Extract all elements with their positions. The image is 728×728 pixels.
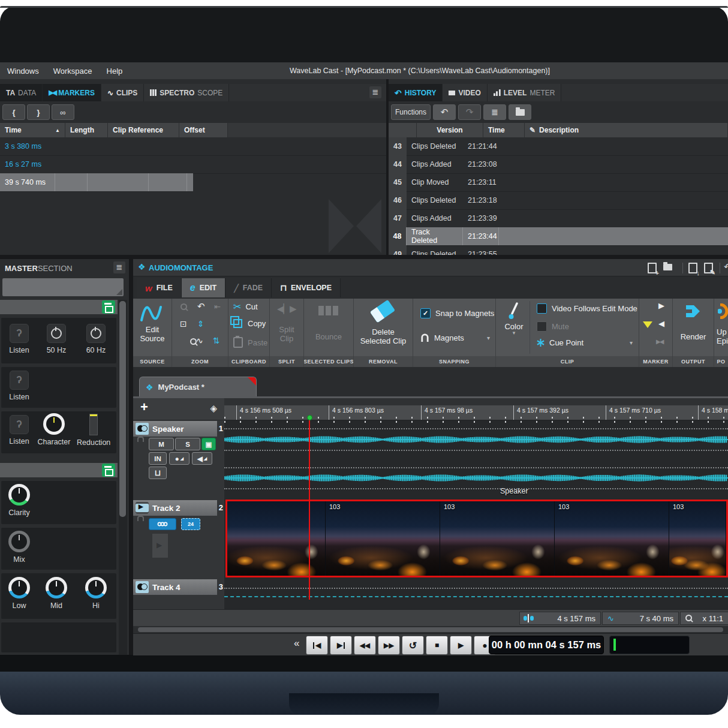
bypass-icon[interactable] bbox=[102, 300, 115, 314]
mix-knob[interactable]: Mix bbox=[2, 531, 36, 564]
split-clip-button[interactable]: Split Clip bbox=[270, 325, 303, 343]
envelope-line[interactable] bbox=[224, 488, 728, 489]
master-panel-menu-icon[interactable]: ≣ bbox=[113, 261, 125, 273]
zoom-selection-icon[interactable] bbox=[181, 303, 188, 311]
link-video-button[interactable] bbox=[149, 518, 176, 530]
solo-button[interactable]: S bbox=[175, 438, 200, 450]
hi-knob-dial[interactable] bbox=[85, 577, 107, 598]
copy-button[interactable]: Copy bbox=[233, 319, 266, 328]
speaker-waveform-right[interactable] bbox=[224, 471, 728, 485]
menu-workspace[interactable]: Workspace bbox=[46, 62, 100, 79]
column-history-time[interactable]: Time bbox=[483, 123, 525, 137]
marker-open-bracket-button[interactable]: { bbox=[2, 104, 25, 120]
transport-time-display[interactable]: 00 h 00 mn 04 s 157 ms bbox=[489, 636, 604, 654]
eq-mid-knob[interactable]: Mid bbox=[40, 577, 73, 610]
column-length[interactable]: Length bbox=[65, 123, 108, 137]
marker-row-3-selected[interactable]: 39 s 740 ms bbox=[0, 173, 193, 192]
upload-episode-button[interactable]: Up Epi bbox=[717, 327, 728, 345]
mute-checkbox[interactable]: ✓ Mute bbox=[537, 321, 569, 332]
character-knob[interactable]: Character bbox=[37, 413, 71, 446]
marker-bind-button[interactable]: ∞ bbox=[52, 104, 74, 120]
record-button[interactable]: ●◢ bbox=[169, 452, 189, 465]
undo-button[interactable]: ↶ bbox=[433, 104, 456, 120]
video-clip-selected[interactable]: 103 103 103 103 bbox=[225, 500, 728, 577]
ribbon-tab-file[interactable]: w FILE bbox=[137, 278, 182, 297]
low-knob-dial[interactable] bbox=[8, 577, 30, 598]
bypass-icon[interactable] bbox=[102, 464, 115, 477]
listen-button[interactable]: ʔ Listen bbox=[2, 371, 36, 401]
ribbon-tab-fade[interactable]: ╱ FADE bbox=[225, 278, 272, 297]
status-zoom-ratio[interactable]: x 11:1 bbox=[680, 612, 728, 625]
go-to-start-button[interactable]: ◀ bbox=[306, 636, 328, 655]
input-button[interactable]: IN bbox=[149, 452, 167, 465]
status-selection-length[interactable]: ∿ 7 s 40 ms bbox=[602, 612, 679, 625]
status-cursor-time[interactable]: 4 s 157 ms bbox=[519, 612, 601, 625]
edit-source-button[interactable]: Edit Source bbox=[133, 325, 172, 343]
zoom-to-start-icon[interactable]: ⇤ bbox=[214, 302, 221, 311]
hum-60hz-button[interactable]: 60 Hz bbox=[79, 324, 113, 354]
collapse-transport-button[interactable]: « bbox=[294, 637, 299, 649]
mix-knob-dial[interactable] bbox=[8, 531, 30, 552]
markers-panel-menu-icon[interactable]: ≣ bbox=[369, 86, 381, 98]
history-row[interactable]: 44 Clips Added 21:23:08 bbox=[389, 155, 728, 174]
column-offset[interactable]: Offset bbox=[179, 123, 228, 137]
master-plugin-slot[interactable] bbox=[2, 278, 124, 296]
new-montage-button[interactable]: + bbox=[648, 263, 657, 275]
tab-spectroscope[interactable]: SPECTROSCOPE bbox=[144, 84, 229, 101]
ducking-button[interactable]: ⊔ bbox=[149, 467, 167, 479]
rewind-button[interactable]: ◀◀ bbox=[354, 636, 376, 655]
envelope-line[interactable] bbox=[224, 467, 728, 468]
render-button[interactable]: Render bbox=[673, 332, 714, 341]
monitor-button[interactable]: ◀◢ bbox=[192, 452, 212, 465]
zoom-waveform-icon[interactable]: ∿ bbox=[196, 336, 203, 345]
zoom-updown-icon[interactable]: ⇅ bbox=[213, 336, 220, 345]
history-row[interactable]: 47 Clips Added 21:23:39 bbox=[389, 209, 728, 228]
character-knob-dial[interactable] bbox=[43, 413, 65, 435]
clarity-knob[interactable]: Clarity bbox=[2, 484, 36, 517]
stop-button[interactable]: ■ bbox=[426, 636, 448, 655]
marker-row-1[interactable]: 3 s 380 ms bbox=[0, 137, 386, 156]
tab-metadata[interactable]: TADATA bbox=[0, 84, 43, 101]
hum-50hz-button[interactable]: 50 Hz bbox=[40, 324, 73, 354]
save-button[interactable]: ↓ bbox=[688, 263, 697, 275]
eq-hi-knob[interactable]: Hi bbox=[79, 577, 113, 610]
history-row-selected[interactable]: 48 Track Deleted 21:23:44 bbox=[389, 227, 728, 246]
zoom-fit-icon[interactable]: ⊡ bbox=[180, 319, 187, 329]
envelope-line[interactable] bbox=[224, 428, 728, 429]
routing-button[interactable]: ▣ bbox=[201, 438, 216, 450]
magnets-dropdown[interactable]: Magnets ▾ bbox=[420, 333, 490, 342]
marker-close-bracket-button[interactable]: } bbox=[27, 104, 50, 120]
loop-button[interactable]: ↺ bbox=[402, 636, 424, 655]
track-2-name[interactable]: Track 2 bbox=[133, 500, 217, 516]
listen-button[interactable]: ʔ Listen bbox=[2, 324, 36, 354]
speaker-waveform-left[interactable] bbox=[224, 433, 728, 446]
ribbon-tab-edit[interactable]: e EDIT bbox=[182, 278, 225, 297]
ribbon-tab-envelope[interactable]: ⊓ ENVELOPE bbox=[272, 278, 341, 297]
track-speaker-name[interactable]: Speaker bbox=[133, 421, 217, 437]
functions-menu-button[interactable]: Functions bbox=[391, 104, 431, 120]
go-to-end-button[interactable]: ▶ bbox=[330, 636, 352, 655]
mid-knob-dial[interactable] bbox=[46, 577, 67, 598]
marker-pair-button[interactable]: ▶◀ bbox=[656, 338, 663, 345]
column-time[interactable]: Time ▲ bbox=[0, 123, 65, 137]
playhead-cursor[interactable] bbox=[309, 420, 310, 600]
tab-history[interactable]: ↶ HISTORY bbox=[389, 84, 443, 101]
play-button[interactable]: ▶ bbox=[450, 636, 472, 655]
track-content-area[interactable]: 4 s 156 ms 508 µs 4 s 156 ms 803 µs 4 s … bbox=[224, 398, 728, 609]
paste-button[interactable]: Paste bbox=[233, 337, 267, 348]
framerate-button[interactable]: 24 bbox=[181, 518, 200, 530]
column-version[interactable]: Version bbox=[417, 123, 483, 137]
playhead-marker-head[interactable] bbox=[307, 415, 312, 420]
list-versions-button[interactable]: ≣ bbox=[483, 104, 506, 120]
timeline-ruler[interactable]: 4 s 156 ms 508 µs 4 s 156 ms 803 µs 4 s … bbox=[224, 405, 728, 420]
master-scrollbar[interactable] bbox=[119, 300, 127, 655]
montage-hscroll[interactable] bbox=[133, 626, 728, 633]
marker-target-icon[interactable]: ◈ bbox=[210, 403, 217, 414]
clarity-knob-dial[interactable] bbox=[8, 484, 30, 506]
track4-envelope-line[interactable] bbox=[224, 596, 728, 597]
add-track-button[interactable]: + bbox=[140, 399, 148, 415]
history-row[interactable]: 46 Clips Deleted 21:23:18 bbox=[389, 191, 728, 210]
history-row[interactable]: 43 Clips Deleted 21:21:44 bbox=[389, 137, 728, 156]
history-row[interactable]: 45 Clip Moved 21:23:11 bbox=[389, 173, 728, 192]
open-montage-button[interactable] bbox=[663, 264, 672, 272]
